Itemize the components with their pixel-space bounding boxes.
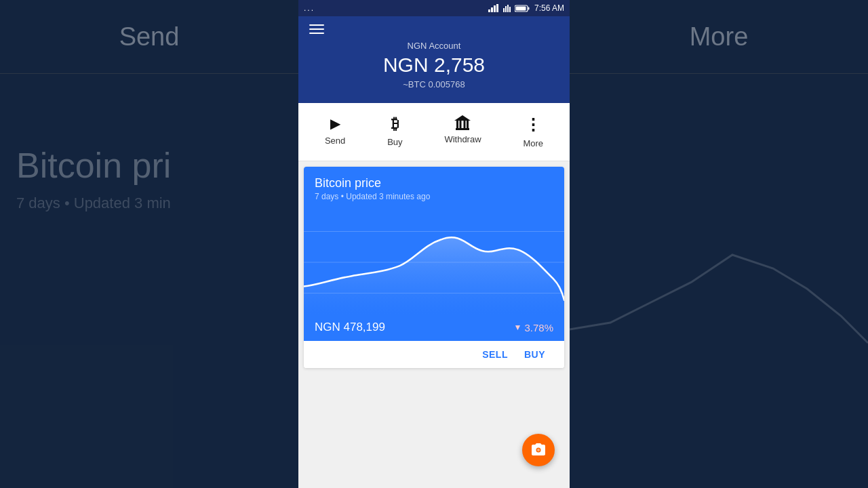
down-arrow-icon: ▼	[514, 323, 522, 332]
svg-rect-6	[507, 5, 509, 12]
time-display: 7:56 AM	[534, 3, 564, 13]
card-title: Bitcoin price	[315, 176, 553, 190]
send-label: Send	[325, 136, 345, 146]
svg-rect-5	[505, 6, 507, 12]
svg-point-21	[537, 449, 540, 451]
price-chart	[304, 205, 564, 314]
svg-rect-7	[509, 7, 511, 12]
price-change: ▼ 3.78%	[514, 322, 553, 333]
svg-rect-3	[496, 4, 498, 12]
price-value: NGN 478,199	[315, 321, 385, 334]
buy-label: Buy	[387, 137, 402, 147]
status-left: ...	[304, 3, 315, 13]
bitcoin-icon: ₿	[391, 115, 399, 133]
card-actions: SELL BUY	[304, 341, 564, 368]
svg-rect-11	[456, 128, 469, 130]
status-dots: ...	[304, 3, 315, 13]
buy-action[interactable]: ₿ Buy	[376, 111, 413, 152]
phone-frame: ... 7:56 AM	[298, 0, 570, 488]
sell-button[interactable]: SELL	[474, 346, 516, 363]
camera-icon	[530, 442, 547, 458]
status-right: 7:56 AM	[488, 3, 564, 13]
bg-bitcoin-sub: 7 days • Updated 3 min	[16, 195, 282, 212]
svg-marker-16	[454, 115, 471, 121]
send-icon: ▶	[330, 115, 340, 131]
more-action[interactable]: ⋮ More	[512, 111, 554, 152]
svg-rect-9	[528, 7, 529, 9]
withdraw-label: Withdraw	[444, 134, 481, 144]
withdraw-action[interactable]: Withdraw	[433, 111, 492, 152]
account-label: NGN Account	[309, 41, 559, 51]
svg-rect-4	[503, 8, 505, 12]
bg-bitcoin-title: Bitcoin pri	[16, 146, 282, 185]
svg-rect-0	[488, 9, 490, 12]
svg-rect-10	[515, 6, 526, 10]
battery-icon	[515, 5, 530, 12]
svg-rect-2	[494, 5, 496, 12]
svg-rect-1	[491, 7, 493, 12]
more-label: More	[523, 138, 543, 148]
svg-rect-13	[460, 121, 462, 128]
card-header: Bitcoin price 7 days • Updated 3 minutes…	[304, 167, 564, 205]
svg-rect-14	[464, 121, 466, 128]
btc-balance: ~BTC 0.005768	[309, 79, 559, 89]
withdraw-icon	[454, 115, 471, 130]
price-footer: NGN 478,199 ▼ 3.78%	[304, 314, 564, 341]
app-header: NGN Account NGN 2,758 ~BTC 0.005768	[298, 16, 570, 103]
status-bar: ... 7:56 AM	[298, 0, 570, 16]
actions-row: ▶ Send ₿ Buy Withdraw ⋮ More	[298, 103, 570, 161]
bitcoin-price-card[interactable]: Bitcoin price 7 days • Updated 3 minutes…	[304, 167, 564, 341]
menu-button[interactable]	[309, 24, 324, 34]
price-change-value: 3.78%	[524, 322, 553, 333]
chart-svg	[304, 211, 564, 314]
card-subtitle: 7 days • Updated 3 minutes ago	[315, 192, 553, 201]
more-dots-icon: ⋮	[525, 115, 542, 134]
send-action[interactable]: ▶ Send	[314, 111, 356, 152]
signal-icon	[488, 4, 499, 12]
svg-rect-12	[456, 121, 458, 128]
camera-fab[interactable]	[522, 434, 555, 466]
balance-amount: NGN 2,758	[309, 54, 559, 77]
bg-send-label: Send	[119, 22, 180, 52]
buy-button[interactable]: BUY	[516, 346, 553, 363]
svg-rect-15	[467, 121, 469, 128]
sim-icon	[502, 4, 511, 12]
bg-more-label: More	[690, 22, 749, 52]
